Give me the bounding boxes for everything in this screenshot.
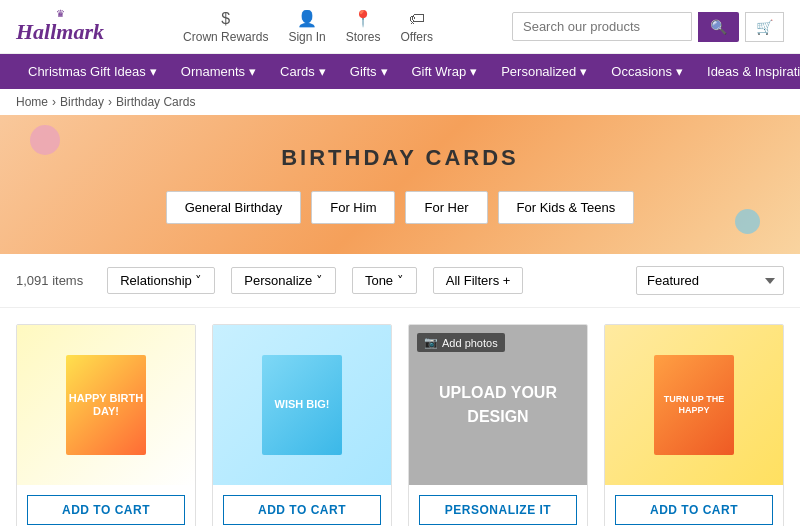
chevron-down-icon: ▾ <box>580 64 587 79</box>
item-count: 1,091 items <box>16 273 83 288</box>
product-card: HAPPY BIRTH DAY! ADD TO CART $4.99 Happy… <box>16 324 196 526</box>
breadcrumb-home[interactable]: Home <box>16 95 48 109</box>
products-section: HAPPY BIRTH DAY! ADD TO CART $4.99 Happy… <box>0 308 800 526</box>
personalize-button[interactable]: PERSONALIZE IT <box>419 495 577 525</box>
chevron-down-icon: ▾ <box>676 64 683 79</box>
stores-label: Stores <box>346 30 381 44</box>
hero-banner: BIRTHDAY CARDS General Birthday For Him … <box>0 115 800 254</box>
add-photos-badge: 📷 Add photos <box>417 333 505 352</box>
offers-label: Offers <box>400 30 432 44</box>
search-area: 🔍 🛒 <box>512 12 784 42</box>
tone-filter[interactable]: Tone ˅ <box>352 267 417 294</box>
all-filters[interactable]: All Filters + <box>433 267 524 294</box>
chevron-down-icon: ▾ <box>470 64 477 79</box>
cart-button[interactable]: 🛒 <box>745 12 784 42</box>
chevron-down-icon: ▾ <box>150 64 157 79</box>
card-image-2: WISH BIG! <box>262 355 342 455</box>
main-navigation: Christmas Gift Ideas ▾ Ornaments ▾ Cards… <box>0 54 800 89</box>
sort-select[interactable]: Featured Price: Low to High Price: High … <box>636 266 784 295</box>
products-grid: HAPPY BIRTH DAY! ADD TO CART $4.99 Happy… <box>16 324 784 526</box>
product-image-2: WISH BIG! <box>213 325 391 485</box>
filter-bar: 1,091 items Relationship ˅ Personalize ˅… <box>0 254 800 308</box>
card-image-4: TURN UP THE HAPPY <box>654 355 734 455</box>
sort-area: Featured Price: Low to High Price: High … <box>636 266 784 295</box>
filter-for-kids[interactable]: For Kids & Teens <box>498 191 635 224</box>
logo-text: Hallmark <box>16 19 104 45</box>
nav-gifts[interactable]: Gifts ▾ <box>338 54 400 89</box>
location-icon: 📍 <box>353 9 373 28</box>
camera-icon: 📷 <box>424 336 438 349</box>
top-nav-links: $ Crown Rewards 👤 Sign In 📍 Stores 🏷 Off… <box>183 9 433 44</box>
stores-link[interactable]: 📍 Stores <box>346 9 381 44</box>
hero-filters: General Birthday For Him For Her For Kid… <box>20 191 780 224</box>
breadcrumb-birthday[interactable]: Birthday <box>60 95 104 109</box>
nav-ornaments[interactable]: Ornaments ▾ <box>169 54 268 89</box>
sign-in-link[interactable]: 👤 Sign In <box>288 9 325 44</box>
crown-rewards-link[interactable]: $ Crown Rewards <box>183 10 268 44</box>
nav-personalized[interactable]: Personalized ▾ <box>489 54 599 89</box>
nav-giftwrap[interactable]: Gift Wrap ▾ <box>400 54 490 89</box>
card-image-1: HAPPY BIRTH DAY! <box>66 355 146 455</box>
logo[interactable]: ♛ Hallmark <box>16 8 104 45</box>
product-info-2: ADD TO CART $4.99 Wish Big Venmo Birthda… <box>213 485 391 526</box>
product-info-4: ADD TO CART $4.99 Turn Up the Happy Venm… <box>605 485 783 526</box>
relationship-filter[interactable]: Relationship ˅ <box>107 267 215 294</box>
crown-icon: ♛ <box>56 8 65 19</box>
add-to-cart-button-4[interactable]: ADD TO CART <box>615 495 773 525</box>
offers-link[interactable]: 🏷 Offers <box>400 10 432 44</box>
product-info-1: ADD TO CART $4.99 Happy Birthday Venmo B… <box>17 485 195 526</box>
user-icon: 👤 <box>297 9 317 28</box>
filter-general-birthday[interactable]: General Birthday <box>166 191 302 224</box>
product-card: WISH BIG! ADD TO CART $4.99 Wish Big Ven… <box>212 324 392 526</box>
product-image-3: UPLOAD YOUR DESIGN 📷 Add photos <box>409 325 587 485</box>
product-info-3: PERSONALIZE IT $4.99 Personalized Create… <box>409 485 587 526</box>
chevron-down-icon: ▾ <box>249 64 256 79</box>
breadcrumb: Home › Birthday › Birthday Cards <box>0 89 800 115</box>
nav-occasions[interactable]: Occasions ▾ <box>599 54 695 89</box>
filter-for-her[interactable]: For Her <box>405 191 487 224</box>
nav-christmas[interactable]: Christmas Gift Ideas ▾ <box>16 54 169 89</box>
search-button[interactable]: 🔍 <box>698 12 739 42</box>
product-image-4: TURN UP THE HAPPY <box>605 325 783 485</box>
add-to-cart-button-2[interactable]: ADD TO CART <box>223 495 381 525</box>
nav-cards[interactable]: Cards ▾ <box>268 54 338 89</box>
tag-icon: 🏷 <box>409 10 425 28</box>
dollar-icon: $ <box>221 10 230 28</box>
search-input[interactable] <box>512 12 692 41</box>
breadcrumb-current: Birthday Cards <box>116 95 195 109</box>
add-to-cart-button-1[interactable]: ADD TO CART <box>27 495 185 525</box>
top-navigation: ♛ Hallmark $ Crown Rewards 👤 Sign In 📍 S… <box>0 0 800 54</box>
hero-title: BIRTHDAY CARDS <box>20 145 780 171</box>
product-card: TURN UP THE HAPPY ADD TO CART $4.99 Turn… <box>604 324 784 526</box>
chevron-down-icon: ▾ <box>319 64 326 79</box>
product-image-1: HAPPY BIRTH DAY! <box>17 325 195 485</box>
nav-ideas[interactable]: Ideas & Inspiration ▾ <box>695 54 800 89</box>
personalize-filter[interactable]: Personalize ˅ <box>231 267 336 294</box>
chevron-down-icon: ▾ <box>381 64 388 79</box>
product-card: UPLOAD YOUR DESIGN 📷 Add photos PERSONAL… <box>408 324 588 526</box>
filter-for-him[interactable]: For Him <box>311 191 395 224</box>
crown-rewards-label: Crown Rewards <box>183 30 268 44</box>
sign-in-label: Sign In <box>288 30 325 44</box>
